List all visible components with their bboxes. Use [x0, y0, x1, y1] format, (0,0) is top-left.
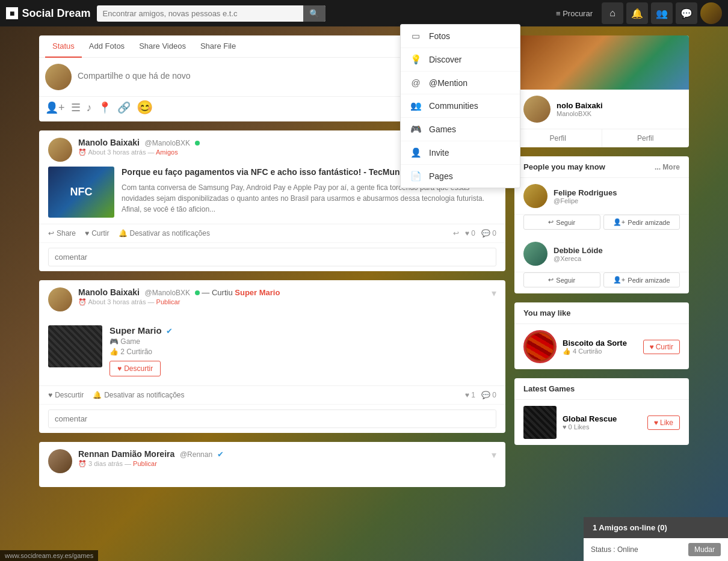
share-icon: ↩ [48, 229, 54, 238]
friend-debbie-btn[interactable]: 👤+ Pedir amizade [603, 272, 680, 287]
tab-add-fotos[interactable]: Add Fotos [82, 35, 132, 58]
music-icon[interactable]: ♪ [87, 102, 92, 114]
dropdown-item-fotos[interactable]: ▭ Fotos [401, 25, 520, 48]
post-mario-dropdown-btn[interactable]: ▾ [492, 287, 496, 299]
link-icon[interactable]: 🔗 [117, 101, 131, 114]
post-nfc-share[interactable]: ↩ Share [48, 229, 76, 238]
search-input[interactable] [97, 5, 325, 22]
person-felipe: Felipe Rodrigues @Felipe [514, 178, 689, 215]
statusbar: www.socidream.esy.es/games [0, 550, 98, 561]
people-card-title: People you may know [523, 162, 605, 171]
post-mario-stats: ♥ 1 💬 0 [465, 391, 496, 399]
add-person-icon[interactable]: 👤+ [45, 101, 65, 114]
post-nfc-like[interactable]: ♥ Curtir [85, 229, 109, 238]
like-card-title: You may like [523, 308, 571, 317]
friend-felipe-btn[interactable]: 👤+ Pedir amizade [603, 215, 680, 230]
chat-button[interactable]: 💬 [676, 2, 697, 24]
heart-icon-small: ♥ [117, 364, 122, 373]
sidebar: nolo Baixaki ManoloBXK Perfil Perfil Peo… [514, 35, 689, 496]
post-third-time-link[interactable]: Publicar [133, 460, 157, 467]
home-button[interactable]: ⌂ [602, 2, 623, 24]
dropdown-item-pages[interactable]: 📄 Pages [401, 165, 520, 188]
mario-uncurtir-btn[interactable]: ♥ Descurtir [110, 361, 161, 376]
invite-icon: 👤 [410, 147, 422, 158]
mario-title-line: Super Mario ✔ [110, 325, 496, 336]
post-mario-time: ⏰ About 3 horas atrás — Publicar [78, 298, 486, 306]
follow-icon-d: ↩ [548, 276, 554, 284]
search-button[interactable]: 🔍 [303, 5, 325, 22]
person-debbie-actions: ↩ Seguir 👤+ Pedir amizade [514, 272, 689, 293]
like-info: Biscoito da Sorte 👍 4 Curtirão [563, 339, 637, 355]
post-third-author[interactable]: Rennan Damião Moreira [78, 449, 174, 459]
chat-status-label: Status : Online [591, 545, 638, 554]
emoji-icon[interactable]: 😊 [137, 100, 153, 115]
profile-banner [514, 35, 689, 90]
follow-debbie-btn[interactable]: ↩ Seguir [523, 272, 600, 287]
tab-share-file[interactable]: Share File [193, 35, 243, 58]
list-icon[interactable]: ☰ [71, 101, 81, 114]
dropdown-mention-label: @Mention [429, 78, 467, 88]
mario-title[interactable]: Super Mario [110, 325, 162, 336]
post-mario-activity-link[interactable]: Super Mario [235, 288, 280, 297]
search-bar: 🔍 [97, 5, 325, 22]
post-nfc-thumb: NFC [48, 167, 114, 218]
dropdown-item-discover[interactable]: 💡 Discover [401, 48, 520, 72]
post-nfc-comment-input[interactable] [48, 248, 496, 266]
mario-card: Super Mario ✔ 🎮 Game 👍 2 Curtirão ♥ Desc… [39, 316, 505, 385]
post-mario-comment-input[interactable] [48, 409, 496, 428]
post-mario-unlike[interactable]: ♥ Descurtir [48, 391, 84, 399]
feed-area: Status Add Fotos Share Videos Share File… [39, 35, 505, 496]
brand-icon: ■ [6, 7, 18, 19]
profile-link-2[interactable]: Perfil [602, 129, 689, 147]
procurar-label[interactable]: ≡ Procurar [556, 9, 593, 18]
person-felipe-avatar [523, 184, 548, 208]
chat-bar-header: 1 Amigos on-line (0) [584, 517, 728, 538]
game-like-button[interactable]: ♥ Like [647, 415, 680, 430]
dropdown-item-invite[interactable]: 👤 Invite [401, 141, 520, 165]
brand-logo[interactable]: ■ Social Dream [6, 7, 91, 20]
dropdown-item-communities[interactable]: 👥 Communities [401, 94, 520, 118]
heart-game-icon: ♥ [654, 418, 658, 427]
chat-bar-body: Status : Online Mudar [584, 538, 728, 561]
dropdown-discover-label: Discover [429, 55, 461, 64]
post-mario-comment-box [39, 404, 505, 433]
post-third-dropdown-btn[interactable]: ▾ [492, 449, 496, 461]
location-icon[interactable]: 📍 [98, 101, 111, 114]
post-mario-time-link[interactable]: Publicar [156, 298, 180, 305]
people-more-link[interactable]: ... More [655, 163, 680, 171]
like-button[interactable]: ♥ Curtir [643, 340, 680, 354]
profile-sidebar-info: nolo Baixaki ManoloBXK [557, 101, 603, 117]
post-nfc-time-link[interactable]: Amigos [156, 149, 178, 156]
friend-icon: 👤+ [613, 218, 625, 226]
mario-likes: 👍 2 Curtirão [110, 348, 496, 356]
dropdown-item-mention[interactable]: @ @Mention [401, 72, 520, 94]
post-mario-author[interactable]: Manolo Baixaki [78, 287, 140, 297]
heart-icon: ♥ [85, 229, 89, 238]
dropdown-fotos-label: Fotos [429, 31, 450, 41]
user-avatar[interactable] [700, 2, 722, 24]
post-nfc-author[interactable]: Manolo Baixaki [78, 138, 140, 147]
profile-link-1[interactable]: Perfil [514, 129, 602, 147]
post-third-verified: ✔ [217, 450, 224, 459]
person-felipe-actions: ↩ Seguir 👤+ Pedir amizade [514, 215, 689, 236]
person-debbie-info: Debbie Lóide @Xereca [554, 246, 680, 262]
like-card-header: You may like [514, 302, 689, 324]
chat-change-button[interactable]: Mudar [688, 543, 721, 556]
game-info: Global Rescue ♥ 0 Likes [563, 414, 641, 431]
game-likes: ♥ 0 Likes [563, 423, 641, 431]
dropdown-item-games[interactable]: 🎮 Games [401, 118, 520, 141]
follow-felipe-btn[interactable]: ↩ Seguir [523, 215, 600, 230]
person-debbie-handle: @Xereca [554, 255, 680, 262]
notifications-button[interactable]: 🔔 [626, 2, 648, 24]
person-felipe-handle: @Felipe [554, 197, 680, 204]
game-thumb [523, 406, 557, 439]
games-card-title: Latest Games [523, 384, 575, 393]
person-debbie-avatar [523, 242, 548, 266]
composer-avatar [45, 64, 72, 90]
post-nfc-notify[interactable]: 🔔 Desativar as notificações [119, 229, 210, 238]
people-button[interactable]: 👥 [651, 2, 673, 24]
dropdown-games-label: Games [429, 124, 456, 134]
tab-share-videos[interactable]: Share Videos [132, 35, 193, 58]
tab-status[interactable]: Status [45, 35, 82, 58]
post-mario-notify[interactable]: 🔔 Desativar as notificações [93, 391, 184, 399]
